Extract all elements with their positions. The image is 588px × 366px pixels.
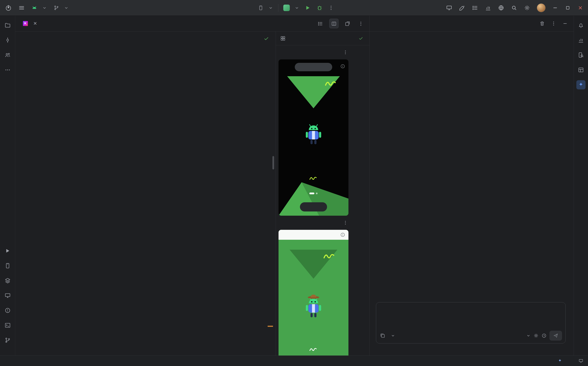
screen-share-icon[interactable] (579, 358, 583, 363)
commit-tool-icon[interactable] (3, 36, 12, 45)
notifications-tool-icon[interactable] (576, 21, 586, 30)
ai-code-actions-icon[interactable] (459, 5, 465, 11)
settings-gear-icon[interactable] (524, 5, 530, 11)
todo-list-icon[interactable] (472, 5, 478, 11)
user-avatar[interactable] (537, 3, 546, 12)
mini-squiggle-icon (309, 176, 318, 181)
chevron-down-icon (391, 333, 395, 338)
git-branch-icon (53, 5, 59, 11)
android-bot-image (301, 123, 326, 148)
preview-build-status (358, 36, 365, 41)
android-icon (31, 5, 38, 11)
editor-scrollbar[interactable] (272, 156, 274, 169)
mini-squiggle-icon (309, 347, 318, 352)
left-tool-stripe (0, 16, 15, 356)
branch-selector[interactable] (53, 5, 69, 11)
preview-app-bar (279, 230, 348, 240)
run-button[interactable] (304, 4, 311, 11)
device-manager-tool-icon[interactable] (3, 261, 12, 270)
version-control-tool-icon[interactable] (3, 336, 12, 345)
editor-tab-bar: K ✕ (15, 16, 369, 31)
compose-preview-panel (276, 31, 369, 356)
code-editor[interactable] (15, 31, 276, 356)
app-module-icon (283, 5, 290, 11)
changed-lines-marker (268, 326, 273, 327)
project-selector[interactable] (31, 5, 47, 11)
running-devices-tool-icon[interactable] (3, 291, 12, 300)
chevron-down-icon (42, 5, 47, 10)
split-editor-icon[interactable] (329, 19, 338, 28)
device-selector[interactable] (258, 5, 273, 11)
chevron-down-icon (268, 5, 273, 10)
ai-spark-icon[interactable] (557, 358, 562, 363)
check-icon (358, 36, 363, 41)
debug-button[interactable] (316, 4, 323, 11)
run-configuration-selector[interactable] (283, 5, 299, 11)
info-icon (340, 64, 345, 69)
close-tab-icon[interactable]: ✕ (33, 21, 37, 26)
lime-squiggle-icon (325, 80, 337, 87)
preview-phone-dark[interactable] (279, 59, 348, 216)
terminal-tool-icon[interactable] (3, 321, 12, 330)
gemini-tool-icon[interactable] (576, 80, 586, 89)
title-bar (0, 0, 588, 16)
kotlin-file-icon: K (23, 21, 28, 26)
history-icon[interactable] (541, 333, 547, 338)
gemini-input-placeholder (376, 302, 565, 307)
profiler-icon[interactable] (485, 5, 491, 11)
build-variants-tool-icon[interactable] (3, 276, 12, 285)
preview-phone-light[interactable] (279, 230, 348, 356)
hide-panel-icon[interactable] (562, 21, 568, 26)
editor-list-view-icon[interactable] (316, 19, 325, 28)
android-bot-cowboy-image (301, 294, 326, 321)
chevron-down-icon (64, 5, 69, 10)
android-studio-logo (5, 4, 12, 11)
lime-squiggle-icon (323, 253, 336, 259)
delete-conversation-icon[interactable] (539, 21, 545, 26)
gemini-prompt-input[interactable] (376, 302, 566, 343)
info-icon (340, 232, 345, 237)
project-tool-icon[interactable] (3, 21, 12, 30)
more-tool-windows-icon[interactable] (3, 65, 12, 75)
preview-app-pill (295, 63, 332, 71)
editor-tab-homescreen[interactable]: K ✕ (19, 16, 40, 31)
toolbar-divider (278, 4, 278, 12)
search-everywhere-icon[interactable] (511, 5, 517, 11)
chevron-down-icon (526, 333, 531, 338)
window-minimize-button[interactable] (552, 5, 558, 11)
open-in-window-icon[interactable] (343, 19, 352, 28)
pull-requests-tool-icon[interactable] (3, 50, 12, 60)
lets-go-button[interactable] (300, 202, 327, 212)
right-tool-stripe (574, 16, 588, 356)
status-bar (0, 356, 588, 366)
device-explorer-tool-icon[interactable] (576, 50, 586, 60)
editor-more-options-icon[interactable] (357, 19, 365, 28)
chevron-down-icon (294, 5, 299, 10)
layout-inspector-tool-icon[interactable] (576, 65, 586, 75)
device-mirror-icon[interactable] (446, 5, 452, 11)
preview-options-icon[interactable] (343, 220, 348, 225)
preview-options-icon[interactable] (343, 50, 348, 55)
gemini-more-options-icon[interactable] (551, 21, 557, 26)
main-menu-icon[interactable] (18, 5, 25, 11)
send-button[interactable] (550, 331, 562, 341)
gemini-panel (369, 16, 574, 356)
window-close-button[interactable] (577, 5, 583, 11)
window-maximize-button[interactable] (565, 5, 571, 11)
device-icon (258, 5, 264, 11)
send-icon (553, 333, 558, 338)
preview-grid-layout-icon[interactable] (280, 36, 286, 41)
gemini-settings-icon[interactable] (533, 333, 539, 338)
more-actions-icon[interactable] (328, 5, 334, 11)
run-tool-icon[interactable] (3, 246, 12, 255)
context-stack-icon (380, 333, 385, 338)
pager-dots (309, 192, 318, 194)
inspection-ok-icon[interactable] (263, 36, 269, 41)
sync-icon[interactable] (498, 5, 504, 11)
problems-tool-icon[interactable] (3, 306, 12, 315)
profiler-tool-icon[interactable] (576, 36, 586, 45)
gemini-header (370, 16, 574, 31)
gemini-body (370, 31, 574, 356)
preview-toolbar (276, 31, 369, 45)
